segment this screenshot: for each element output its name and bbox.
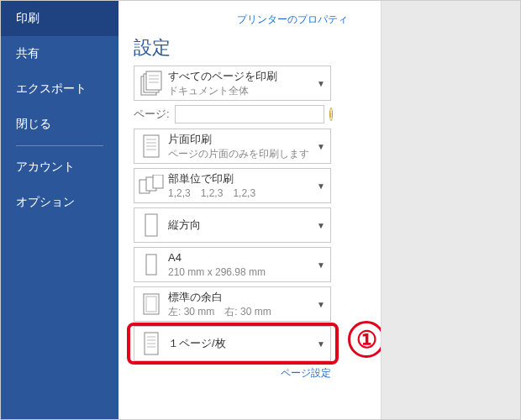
- sidebar-divider: [16, 145, 103, 146]
- sidebar-label: 共有: [16, 46, 39, 60]
- svg-rect-13: [153, 175, 163, 188]
- chevron-down-icon: ▼: [315, 181, 327, 191]
- setting-title: １ページ/枚: [168, 336, 315, 351]
- setting-pages-per-sheet[interactable]: １ページ/枚 ▼: [134, 326, 331, 361]
- setting-paper-size[interactable]: A4 210 mm x 296.98 mm ▼: [134, 247, 331, 282]
- chevron-down-icon: ▼: [315, 79, 327, 88]
- print-settings-panel: 準備完了 プリンターのプロパティ 設定 すべてのページを印刷 ドキュメント全体: [118, 1, 382, 419]
- setting-title: 標準の余白: [168, 290, 315, 305]
- sidebar-item-close[interactable]: 閉じる: [1, 107, 118, 142]
- info-icon[interactable]: i: [329, 108, 333, 121]
- sidebar-label: エクスポート: [16, 81, 87, 95]
- sidebar-item-export[interactable]: エクスポート: [1, 71, 118, 107]
- single-side-icon: [138, 132, 165, 160]
- setting-duplex[interactable]: 片面印刷 ページの片面のみを印刷します ▼: [134, 129, 331, 164]
- chevron-down-icon: ▼: [315, 339, 327, 349]
- setting-margins[interactable]: 標準の余白 左: 30 mm 右: 30 mm ▼: [134, 286, 331, 322]
- settings-heading: 設定: [134, 35, 371, 60]
- pages-stack-icon: [138, 69, 165, 97]
- annotation-callout: ①: [348, 321, 382, 358]
- chevron-down-icon: ▼: [315, 300, 327, 309]
- setting-sub: 1,2,3 1,2,3 1,2,3: [168, 186, 315, 200]
- sidebar-label: 閉じる: [16, 117, 51, 130]
- backstage-sidebar: 印刷 共有 エクスポート 閉じる アカウント オプション: [1, 1, 118, 419]
- margins-icon: [138, 290, 165, 318]
- svg-rect-15: [146, 255, 156, 275]
- chevron-down-icon: ▼: [315, 260, 327, 270]
- chevron-down-icon: ▼: [315, 142, 327, 151]
- svg-rect-2: [146, 71, 161, 90]
- print-preview-panel: [382, 1, 520, 419]
- highlight-wrapper: １ページ/枚 ▼ ①: [134, 326, 371, 361]
- setting-title: すべてのページを印刷: [168, 69, 315, 84]
- page-setup-link[interactable]: ページ設定: [134, 366, 331, 381]
- setting-orientation[interactable]: 縦方向 ▼: [134, 207, 331, 243]
- printer-block: 準備完了 プリンターのプロパティ: [134, 1, 371, 27]
- sheet-icon: [138, 329, 165, 358]
- printer-properties-link[interactable]: プリンターのプロパティ: [134, 13, 348, 27]
- setting-sub: 左: 30 mm 右: 30 mm: [168, 305, 315, 318]
- sidebar-item-options[interactable]: オプション: [1, 185, 118, 220]
- collate-icon: [138, 171, 165, 200]
- setting-sub: 210 mm x 296.98 mm: [168, 265, 315, 279]
- sidebar-label: オプション: [16, 195, 75, 208]
- sidebar-label: 印刷: [16, 11, 39, 24]
- pages-label: ページ:: [134, 107, 170, 122]
- setting-sub: ドキュメント全体: [168, 84, 315, 97]
- sidebar-item-share[interactable]: 共有: [1, 36, 118, 71]
- pages-row: ページ: i: [134, 105, 331, 123]
- setting-sub: ページの片面のみを印刷します: [168, 147, 315, 160]
- sidebar-item-account[interactable]: アカウント: [1, 150, 118, 185]
- setting-title: 片面印刷: [168, 132, 315, 147]
- setting-title: 部単位で印刷: [168, 171, 315, 186]
- portrait-icon: [138, 211, 165, 239]
- setting-print-scope[interactable]: すべてのページを印刷 ドキュメント全体 ▼: [134, 66, 331, 101]
- chevron-down-icon: ▼: [315, 221, 327, 230]
- paper-icon: [138, 250, 165, 279]
- setting-collate[interactable]: 部単位で印刷 1,2,3 1,2,3 1,2,3 ▼: [134, 168, 331, 203]
- setting-title: 縦方向: [168, 218, 315, 233]
- setting-title: A4: [168, 250, 315, 265]
- svg-rect-14: [145, 214, 157, 236]
- sidebar-item-print[interactable]: 印刷: [1, 1, 118, 36]
- sidebar-label: アカウント: [16, 160, 75, 173]
- window: 印刷 共有 エクスポート 閉じる アカウント オプション 準備完了 プリンターの…: [1, 1, 520, 419]
- pages-input[interactable]: [175, 105, 324, 123]
